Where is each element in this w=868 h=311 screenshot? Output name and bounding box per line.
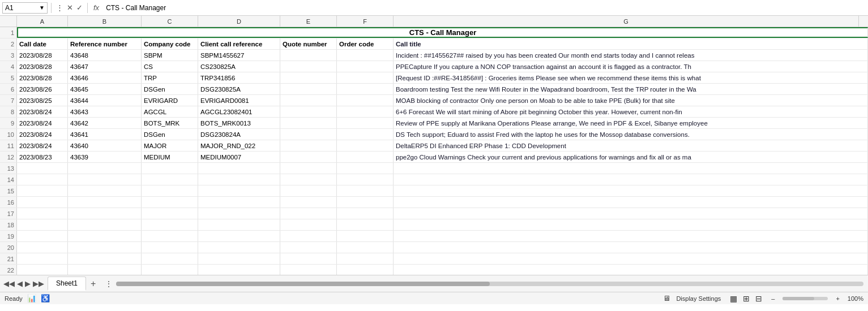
cell[interactable] xyxy=(280,152,337,162)
display-settings-icon[interactable]: 🖥 xyxy=(663,294,670,303)
cell[interactable]: EVRIGARD0081 xyxy=(198,95,280,106)
cell[interactable] xyxy=(17,219,68,230)
cell[interactable] xyxy=(280,208,337,219)
cell[interactable] xyxy=(394,163,868,174)
cell[interactable] xyxy=(198,231,280,241)
cell[interactable] xyxy=(280,129,337,140)
add-sheet-button[interactable]: + xyxy=(86,277,100,291)
cell[interactable]: Reference number xyxy=(68,38,142,49)
cell[interactable] xyxy=(394,253,868,264)
cell[interactable] xyxy=(280,197,337,208)
cell[interactable]: DS Tech support; Eduard to assist Fred w… xyxy=(394,129,868,140)
cell[interactable]: ppe2go Cloud Warnings Check your current… xyxy=(394,152,868,162)
cell[interactable] xyxy=(280,95,337,106)
cell[interactable]: 43647 xyxy=(68,61,142,72)
cell[interactable] xyxy=(394,174,868,185)
cell[interactable] xyxy=(337,140,394,151)
cell[interactable] xyxy=(337,106,394,117)
cell[interactable] xyxy=(142,253,198,264)
cell[interactable]: Order code xyxy=(337,38,394,49)
cell[interactable]: CS xyxy=(142,61,198,72)
cell[interactable]: 2023/08/24 xyxy=(17,140,68,151)
sheet-nav-last[interactable]: ▶▶ xyxy=(33,279,44,288)
zoom-out-icon[interactable]: – xyxy=(771,295,775,302)
cell[interactable]: 43641 xyxy=(68,129,142,140)
cell[interactable]: PPECapture If you capture a NON COP tran… xyxy=(394,61,868,72)
cell[interactable]: 2023/08/28 xyxy=(17,61,68,72)
cell[interactable] xyxy=(337,118,394,128)
cell[interactable] xyxy=(337,208,394,219)
cell[interactable] xyxy=(68,197,142,208)
cell[interactable] xyxy=(394,219,868,230)
cell[interactable]: DSG230824A xyxy=(198,129,280,140)
cell[interactable] xyxy=(142,163,198,174)
cell[interactable] xyxy=(198,174,280,185)
cell[interactable]: 2023/08/24 xyxy=(17,118,68,128)
cell[interactable]: BOTS_MRK xyxy=(142,118,198,128)
sheet-scroll-more-icon[interactable]: ⋮ xyxy=(105,279,113,288)
cell[interactable] xyxy=(142,185,198,196)
cell[interactable]: Client call reference xyxy=(198,38,280,49)
cell[interactable] xyxy=(142,231,198,241)
cell[interactable] xyxy=(142,174,198,185)
cell[interactable]: Company code xyxy=(142,38,198,49)
col-header-c[interactable]: C xyxy=(142,16,198,27)
formula-input[interactable] xyxy=(104,4,866,12)
cell[interactable] xyxy=(280,185,337,196)
cell[interactable] xyxy=(337,231,394,241)
cell[interactable] xyxy=(17,253,68,264)
cell[interactable]: 43644 xyxy=(68,95,142,106)
cell[interactable] xyxy=(198,219,280,230)
cell[interactable]: 2023/08/25 xyxy=(17,95,68,106)
cell[interactable]: 2023/08/26 xyxy=(17,84,68,94)
cell[interactable] xyxy=(198,197,280,208)
cell[interactable]: AGCGL xyxy=(142,106,198,117)
cancel-formula-icon[interactable]: ✕ xyxy=(66,3,74,12)
sheet-nav-prev[interactable]: ◀ xyxy=(17,279,23,288)
cell[interactable] xyxy=(68,163,142,174)
cell[interactable]: Incident : ##1455627## raised by you has… xyxy=(394,50,868,61)
cell[interactable]: AGCGL23082401 xyxy=(198,106,280,117)
cell[interactable] xyxy=(394,265,868,275)
zoom-slider[interactable] xyxy=(783,297,828,300)
cell[interactable]: Review of PPE supply at Marikana Operati… xyxy=(394,118,868,128)
cell[interactable]: Quote number xyxy=(280,38,337,49)
cell[interactable] xyxy=(17,265,68,275)
cell[interactable]: MEDIUM xyxy=(142,152,198,162)
cell[interactable] xyxy=(280,219,337,230)
cell[interactable] xyxy=(142,219,198,230)
cell[interactable]: Call title xyxy=(394,38,868,49)
cell[interactable] xyxy=(280,253,337,264)
sheet-nav-next[interactable]: ▶ xyxy=(25,279,31,288)
cell[interactable]: DSGen xyxy=(142,84,198,94)
cell[interactable]: 43642 xyxy=(68,118,142,128)
confirm-formula-icon[interactable]: ✓ xyxy=(75,3,84,12)
col-header-e[interactable]: E xyxy=(280,16,337,27)
cell[interactable] xyxy=(337,253,394,264)
cell[interactable] xyxy=(280,50,337,61)
cell[interactable]: MAJOR_RND_022 xyxy=(198,140,280,151)
cell[interactable]: DeltaERP5 DI Enhanced ERP Phase 1: CDD D… xyxy=(394,140,868,151)
cell-reference-box[interactable]: A1 ▼ xyxy=(2,2,48,14)
cell[interactable] xyxy=(17,174,68,185)
cell[interactable] xyxy=(280,242,337,253)
col-header-a[interactable]: A xyxy=(17,16,68,27)
cell[interactable]: Boardroom testing Test the new Wifi Rout… xyxy=(394,84,868,94)
normal-view-icon[interactable]: ▦ xyxy=(730,294,737,303)
page-layout-icon[interactable]: ⊞ xyxy=(743,294,750,303)
cell[interactable] xyxy=(280,106,337,117)
cell[interactable] xyxy=(198,163,280,174)
cell[interactable]: CS230825A xyxy=(198,61,280,72)
cell[interactable] xyxy=(394,185,868,196)
cell[interactable]: DSG230825A xyxy=(198,84,280,94)
cell[interactable]: 6+6 Forecast We will start mining of Abo… xyxy=(394,106,868,117)
cell[interactable] xyxy=(17,185,68,196)
cell[interactable] xyxy=(280,140,337,151)
cell[interactable] xyxy=(337,163,394,174)
cell[interactable] xyxy=(337,174,394,185)
cell[interactable]: 43640 xyxy=(68,140,142,151)
cell[interactable] xyxy=(337,129,394,140)
accessibility-icon[interactable]: ♿ xyxy=(41,294,50,303)
cell[interactable] xyxy=(68,219,142,230)
cell[interactable] xyxy=(68,185,142,196)
